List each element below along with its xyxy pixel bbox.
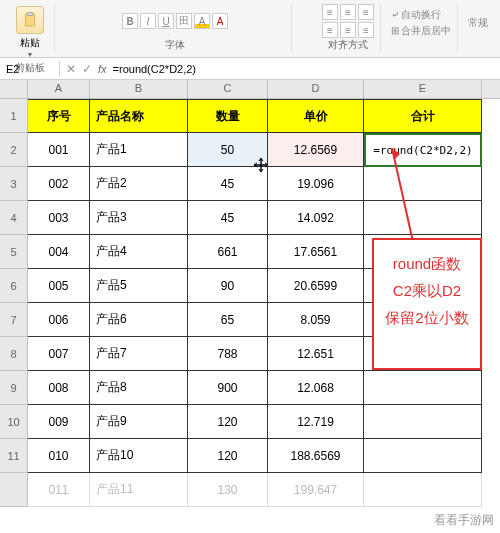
wrap-text-icon[interactable]: ⤶: [391, 9, 399, 20]
align-right-button[interactable]: ≡: [358, 22, 374, 38]
col-header-A[interactable]: A: [28, 80, 90, 98]
table-cell[interactable]: 8.059: [268, 303, 364, 337]
table-cell[interactable]: 65: [188, 303, 268, 337]
table-cell[interactable]: 12.6569: [268, 133, 364, 167]
table-header-cell[interactable]: 数量: [188, 99, 268, 133]
table-cell[interactable]: 120: [188, 439, 268, 473]
paste-button[interactable]: [16, 6, 44, 34]
table-cell[interactable]: 199.647: [268, 473, 364, 507]
table-cell[interactable]: 006: [28, 303, 90, 337]
font-color-button[interactable]: A: [212, 13, 228, 29]
row-header[interactable]: 10: [0, 405, 28, 439]
fx-icon[interactable]: fx: [98, 63, 107, 75]
table-cell[interactable]: 产品1: [90, 133, 188, 167]
cancel-icon[interactable]: ✕: [66, 62, 76, 76]
table-cell[interactable]: 45: [188, 167, 268, 201]
wrap-text-label[interactable]: 自动换行: [401, 8, 441, 22]
table-cell[interactable]: 产品6: [90, 303, 188, 337]
row-header[interactable]: 11: [0, 439, 28, 473]
table-cell[interactable]: 14.092: [268, 201, 364, 235]
merge-icon[interactable]: ⊞: [391, 25, 399, 36]
row-header[interactable]: 9: [0, 371, 28, 405]
align-left-button[interactable]: ≡: [322, 22, 338, 38]
bold-button[interactable]: B: [122, 13, 138, 29]
table-cell[interactable]: 007: [28, 337, 90, 371]
table-cell[interactable]: 003: [28, 201, 90, 235]
table-cell[interactable]: 900: [188, 371, 268, 405]
align-middle-button[interactable]: ≡: [340, 4, 356, 20]
table-cell[interactable]: 产品3: [90, 201, 188, 235]
table-cell[interactable]: 12.068: [268, 371, 364, 405]
row-header[interactable]: 3: [0, 167, 28, 201]
table-cell[interactable]: 90: [188, 269, 268, 303]
spacer: [420, 41, 423, 52]
table-cell[interactable]: 19.096: [268, 167, 364, 201]
col-header-E[interactable]: E: [364, 80, 482, 98]
row-header[interactable]: 8: [0, 337, 28, 371]
table-cell[interactable]: 12.719: [268, 405, 364, 439]
table-cell[interactable]: 788: [188, 337, 268, 371]
row-header[interactable]: 4: [0, 201, 28, 235]
row-header[interactable]: 7: [0, 303, 28, 337]
align-center-button[interactable]: ≡: [340, 22, 356, 38]
col-header-C[interactable]: C: [188, 80, 268, 98]
fill-color-button[interactable]: A: [194, 13, 210, 29]
table-cell[interactable]: 产品8: [90, 371, 188, 405]
table-cell[interactable]: 008: [28, 371, 90, 405]
number-format-label[interactable]: 常规: [468, 16, 488, 30]
confirm-icon[interactable]: ✓: [82, 62, 92, 76]
ribbon: 粘贴 ▾ 剪贴板 B I U 田 A A 字体 ≡: [0, 0, 500, 58]
table-cell[interactable]: 产品7: [90, 337, 188, 371]
table-cell[interactable]: 004: [28, 235, 90, 269]
table-cell[interactable]: 产品2: [90, 167, 188, 201]
table-cell[interactable]: [364, 201, 482, 235]
table-cell[interactable]: 005: [28, 269, 90, 303]
table-cell[interactable]: 001: [28, 133, 90, 167]
table-header-cell[interactable]: 产品名称: [90, 99, 188, 133]
row-header[interactable]: 1: [0, 99, 28, 133]
table-cell[interactable]: 产品11: [90, 473, 188, 507]
merge-label[interactable]: 合并后居中: [401, 24, 451, 38]
row-header[interactable]: 2: [0, 133, 28, 167]
table-header-cell[interactable]: 合计: [364, 99, 482, 133]
table-cell[interactable]: 45: [188, 201, 268, 235]
table-cell[interactable]: 661: [188, 235, 268, 269]
name-box[interactable]: E2: [0, 61, 60, 77]
table-header-cell[interactable]: 单价: [268, 99, 364, 133]
italic-button[interactable]: I: [140, 13, 156, 29]
table-cell[interactable]: 产品10: [90, 439, 188, 473]
table-cell[interactable]: [364, 371, 482, 405]
table-cell[interactable]: [364, 439, 482, 473]
paste-dropdown-icon[interactable]: ▾: [28, 50, 32, 59]
row-header[interactable]: 5: [0, 235, 28, 269]
table-cell[interactable]: 产品9: [90, 405, 188, 439]
table-cell[interactable]: 产品5: [90, 269, 188, 303]
align-top-button[interactable]: ≡: [322, 4, 338, 20]
table-cell[interactable]: 009: [28, 405, 90, 439]
table-cell[interactable]: [364, 405, 482, 439]
table-cell[interactable]: [364, 167, 482, 201]
table-cell[interactable]: 120: [188, 405, 268, 439]
table-cell[interactable]: 12.651: [268, 337, 364, 371]
active-cell[interactable]: =round(C2*D2,2): [364, 133, 482, 167]
table-cell[interactable]: 011: [28, 473, 90, 507]
select-all-corner[interactable]: [0, 80, 28, 98]
table-cell[interactable]: 20.6599: [268, 269, 364, 303]
underline-button[interactable]: U: [158, 13, 174, 29]
col-header-D[interactable]: D: [268, 80, 364, 98]
table-cell[interactable]: 010: [28, 439, 90, 473]
table-cell[interactable]: 002: [28, 167, 90, 201]
table-cell[interactable]: [364, 473, 482, 507]
formula-input[interactable]: =round(C2*D2,2): [113, 63, 494, 75]
col-header-B[interactable]: B: [90, 80, 188, 98]
row-header[interactable]: [0, 473, 28, 507]
table-header-cell[interactable]: 序号: [28, 99, 90, 133]
row-header[interactable]: 6: [0, 269, 28, 303]
table-cell[interactable]: 50: [188, 133, 268, 167]
table-cell[interactable]: 产品4: [90, 235, 188, 269]
border-button[interactable]: 田: [176, 13, 192, 29]
table-cell[interactable]: 17.6561: [268, 235, 364, 269]
align-bottom-button[interactable]: ≡: [358, 4, 374, 20]
table-cell[interactable]: 130: [188, 473, 268, 507]
table-cell[interactable]: 188.6569: [268, 439, 364, 473]
